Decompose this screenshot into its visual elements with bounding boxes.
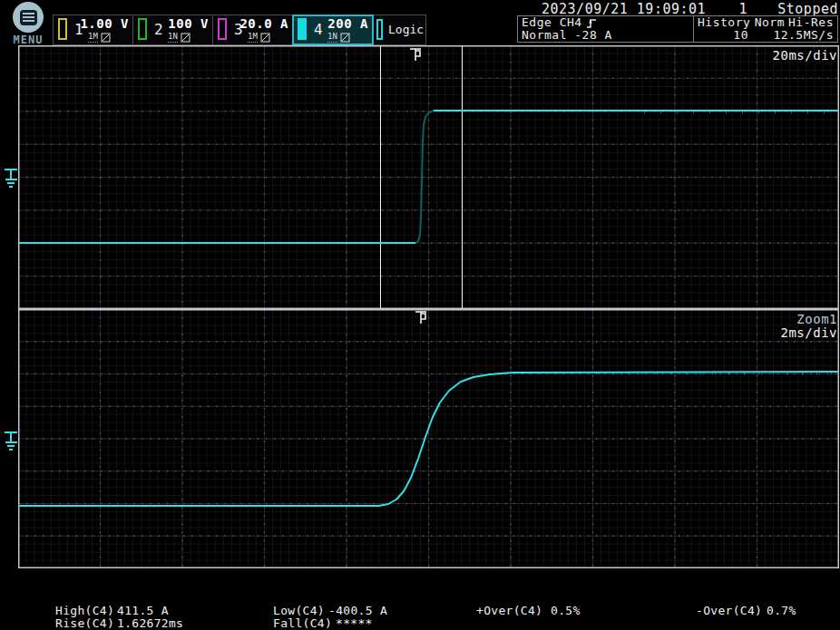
channel-3-button[interactable]: 3 20.0 A 1M [213,15,293,44]
channel-2-button[interactable]: 2 100 V 1N [133,15,213,44]
measurement-label: High(C4) [55,604,114,617]
menu-icon [13,2,44,33]
main-waveform-window[interactable] [18,45,839,309]
menu-label: MENU [4,34,53,46]
trigger-mode-level: Normal -28 A [522,29,612,42]
zoom-graticule [18,309,839,568]
rising-edge-icon [586,17,597,29]
zoom-window-label: Zoom1 [796,312,837,326]
measurement-label: Low(C4) [273,604,325,617]
channel-4-coupling: 1N [327,33,337,43]
menu-button[interactable]: MENU [4,2,53,46]
channel-1-button[interactable]: 1 1.00 V 1M [54,15,133,44]
channel-3-coupling: 1M [248,33,258,43]
channel-2-coupling: 1N [168,33,178,43]
measurement-label: Rise(C4) [55,616,114,630]
trigger-settings: Edge CH4 Normal -28 A [518,16,694,42]
oscilloscope-screen: MENU 1 1.00 V 1M 2 100 V 1N 3 20.0 A [0,0,840,630]
channel-3-color-chip [218,18,227,40]
channel-4-color-chip [298,18,307,40]
channel-1-scale: 1.00 V [80,16,129,31]
measurement-label: -Over(C4) [696,604,762,617]
probe-icon [340,33,350,43]
hamburger-icon [20,10,37,25]
main-graticule [18,45,839,309]
probe-icon [260,33,270,43]
probe-icon [181,33,190,43]
channel-2-number: 2 [154,21,163,38]
main-timebase-label: 20ms/div [773,48,837,63]
channel-2-scale: 100 V [168,16,209,31]
logic-label: Logic [388,23,424,36]
zoom-timebase-label: 2ms/div [780,325,837,340]
channel-3-scale: 20.0 A [239,16,288,31]
measurement-value: ***** [336,616,373,630]
channel-bar: 1 1.00 V 1M 2 100 V 1N 3 20.0 A 1M [53,15,426,45]
measurement-value: 0.5% [551,604,581,617]
trigger-info-panel[interactable]: Edge CH4 Normal -28 A History Norm Hi-Re… [517,15,838,43]
measurement-value: 0.7% [767,604,796,617]
measurement-label: Fall(C4) [273,616,332,630]
sample-rate: 12.5MS/s [773,29,834,42]
history-label: History [698,16,750,29]
logic-button[interactable]: Logic [373,15,425,44]
trigger-type-source: Edge CH4 [522,16,582,29]
measurement-label: +Over(C4) [476,604,542,617]
measurement-value: 411.5 A [117,604,169,617]
ch4-zoom-ground-marker[interactable] [2,430,20,453]
channel-1-color-chip [58,18,67,40]
acquisition-mode: Hi-Res [788,16,834,29]
ch4-ground-marker[interactable] [2,167,20,190]
history-value: 10 [698,29,748,42]
measurement-value: -400.5 A [328,604,387,617]
logic-color-chip [376,19,383,40]
channel-1-coupling: 1M [88,33,98,43]
channel-4-button[interactable]: 4 200 A 1N [293,15,373,44]
zoom-waveform-window[interactable] [18,309,839,568]
channel-4-number: 4 [314,21,323,38]
channel-2-color-chip [138,18,147,40]
measurement-value: 1.62672ms [117,616,183,630]
channel-4-scale: 200 A [327,16,368,31]
probe-icon [101,33,111,43]
trigger-mode: Norm [755,16,785,29]
main-trigger-position-marker[interactable] [409,47,423,63]
acquisition-settings: History Norm Hi-Res 10 12.5MS/s [694,16,837,42]
zoom-trigger-position-marker[interactable] [415,310,428,325]
